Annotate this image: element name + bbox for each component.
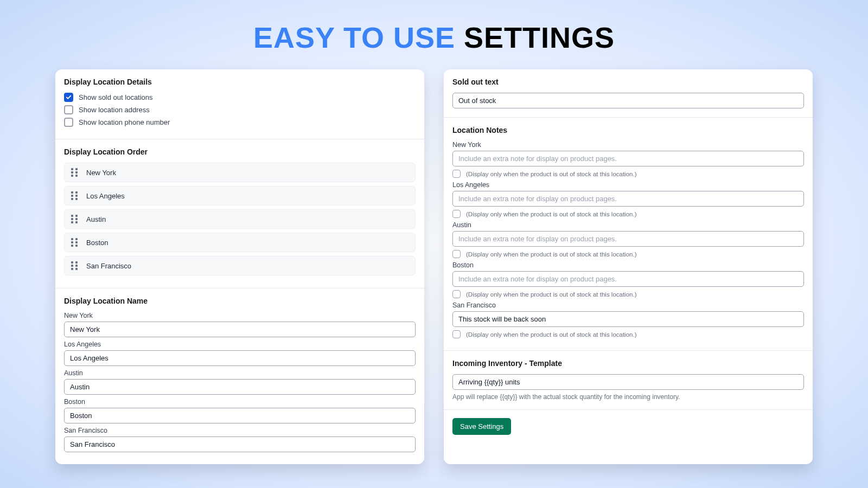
- hero-title: EASY TO USE SETTINGS: [0, 0, 868, 54]
- chk-label: Show location address: [79, 106, 150, 114]
- name-input[interactable]: [64, 322, 416, 337]
- note-label: New York: [452, 141, 804, 149]
- right-card: Sold out text Location Notes New York (D…: [444, 69, 813, 464]
- section-display-order: Display Location Order New York Los Ange…: [55, 139, 424, 288]
- name-label: San Francisco: [64, 427, 416, 434]
- checkbox-icon: [64, 105, 73, 114]
- chk-show-phone[interactable]: Show location phone number: [64, 118, 416, 127]
- order-item-label: Austin: [86, 215, 106, 223]
- incoming-title: Incoming Inventory - Template: [452, 359, 804, 368]
- name-field: Austin: [64, 369, 416, 395]
- name-field: Los Angeles: [64, 341, 416, 366]
- order-item[interactable]: San Francisco: [64, 256, 416, 275]
- name-label: New York: [64, 312, 416, 319]
- order-item[interactable]: Los Angeles: [64, 186, 416, 206]
- order-list: New York Los Angeles Austin Boston San F…: [64, 163, 416, 275]
- note-label: Boston: [452, 261, 804, 269]
- order-title: Display Location Order: [64, 147, 416, 156]
- note-field: Boston (Display only when the product is…: [452, 261, 804, 298]
- note-condition-label: (Display only when the product is out of…: [466, 331, 637, 338]
- sold-out-title: Sold out text: [452, 78, 804, 86]
- note-input[interactable]: [452, 151, 804, 166]
- hero-part1: EASY TO USE: [253, 21, 455, 54]
- chk-show-sold-out[interactable]: Show sold out locations: [64, 93, 416, 102]
- checkbox-icon: [452, 250, 461, 258]
- note-field: New York (Display only when the product …: [452, 141, 804, 178]
- chk-label: Show sold out locations: [79, 93, 153, 102]
- order-item[interactable]: Boston: [64, 233, 416, 252]
- sold-out-input[interactable]: [452, 93, 804, 108]
- note-condition-checkbox[interactable]: (Display only when the product is out of…: [452, 170, 804, 178]
- note-condition-checkbox[interactable]: (Display only when the product is out of…: [452, 330, 804, 338]
- chk-label: Show location phone number: [79, 118, 170, 127]
- section-save: Save Settings: [444, 410, 813, 444]
- drag-handle-icon[interactable]: [71, 168, 79, 177]
- left-card: Display Location Details Show sold out l…: [55, 69, 424, 464]
- note-field: Los Angeles (Display only when the produ…: [452, 181, 804, 218]
- note-label: Los Angeles: [452, 181, 804, 189]
- note-condition-label: (Display only when the product is out of…: [466, 291, 637, 298]
- notes-title: Location Notes: [452, 126, 804, 134]
- note-condition-checkbox[interactable]: (Display only when the product is out of…: [452, 210, 804, 218]
- section-display-details: Display Location Details Show sold out l…: [55, 69, 424, 139]
- name-field: New York: [64, 312, 416, 337]
- checkbox-icon: [452, 210, 461, 218]
- drag-handle-icon[interactable]: [71, 215, 79, 223]
- order-item[interactable]: Austin: [64, 209, 416, 229]
- name-label: Austin: [64, 369, 416, 377]
- note-input[interactable]: [452, 271, 804, 287]
- note-field: San Francisco (Display only when the pro…: [452, 301, 804, 338]
- drag-handle-icon[interactable]: [71, 238, 79, 247]
- name-label: Los Angeles: [64, 341, 416, 348]
- checkbox-icon: [452, 290, 461, 298]
- chk-show-address[interactable]: Show location address: [64, 105, 416, 114]
- note-condition-checkbox[interactable]: (Display only when the product is out of…: [452, 290, 804, 298]
- checkbox-icon: [64, 93, 73, 102]
- note-input[interactable]: [452, 191, 804, 207]
- save-settings-button[interactable]: Save Settings: [452, 418, 511, 435]
- note-condition-label: (Display only when the product is out of…: [466, 171, 637, 177]
- drag-handle-icon[interactable]: [71, 191, 79, 200]
- note-condition-label: (Display only when the product is out of…: [466, 211, 637, 217]
- note-condition-label: (Display only when the product is out of…: [466, 251, 637, 258]
- drag-handle-icon[interactable]: [71, 261, 79, 270]
- note-input[interactable]: [452, 311, 804, 327]
- note-label: San Francisco: [452, 301, 804, 309]
- note-label: Austin: [452, 221, 804, 229]
- section-location-notes: Location Notes New York (Display only wh…: [444, 118, 813, 351]
- section-display-name: Display Location Name New York Los Angel…: [55, 288, 424, 464]
- name-input[interactable]: [64, 408, 416, 423]
- hero-part2: SETTINGS: [464, 21, 615, 54]
- name-field: Boston: [64, 398, 416, 423]
- name-field: San Francisco: [64, 427, 416, 452]
- names-title: Display Location Name: [64, 297, 416, 305]
- details-title: Display Location Details: [64, 78, 416, 86]
- section-sold-out: Sold out text: [444, 69, 813, 118]
- checkbox-icon: [64, 118, 73, 127]
- checkbox-icon: [452, 170, 461, 178]
- note-condition-checkbox[interactable]: (Display only when the product is out of…: [452, 250, 804, 258]
- order-item-label: Los Angeles: [86, 192, 125, 200]
- name-input[interactable]: [64, 350, 416, 366]
- section-incoming-inventory: Incoming Inventory - Template App will r…: [444, 351, 813, 410]
- checkbox-icon: [452, 330, 461, 338]
- order-item-label: San Francisco: [86, 262, 131, 270]
- order-item-label: New York: [86, 169, 116, 177]
- name-label: Boston: [64, 398, 416, 406]
- order-item-label: Boston: [86, 239, 108, 247]
- order-item[interactable]: New York: [64, 163, 416, 182]
- note-input[interactable]: [452, 231, 804, 247]
- note-field: Austin (Display only when the product is…: [452, 221, 804, 258]
- name-input[interactable]: [64, 436, 416, 452]
- incoming-input[interactable]: [452, 374, 804, 390]
- incoming-help: App will replace {{qty}} with the actual…: [452, 393, 804, 401]
- name-input[interactable]: [64, 379, 416, 395]
